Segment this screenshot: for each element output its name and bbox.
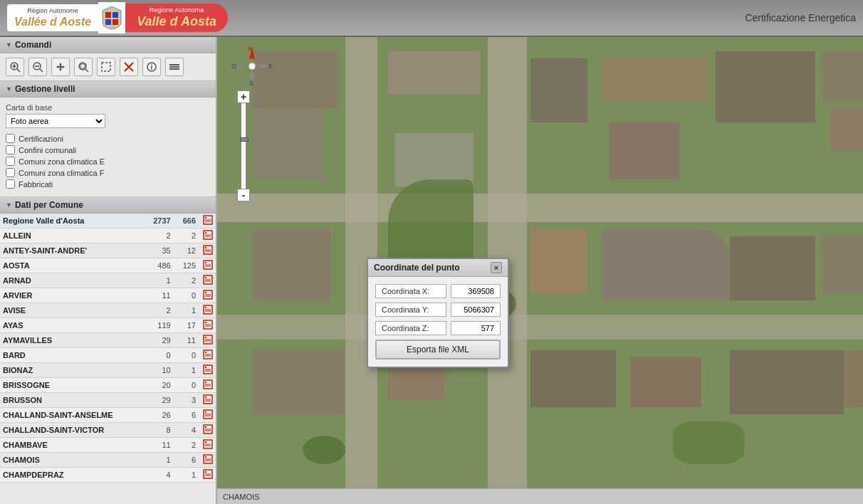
- svg-rect-21: [169, 68, 179, 70]
- svg-line-5: [17, 69, 20, 72]
- icon-cell[interactable]: [200, 258, 216, 273]
- icon-cell[interactable]: [200, 318, 216, 333]
- table-row[interactable]: BRISSOGNE 20 0: [0, 378, 216, 393]
- table-row[interactable]: CHALLAND-SAINT-VICTOR 8 4: [0, 423, 216, 438]
- header-logo: Région Autonome Vallée d Aoste Regione A…: [7, 2, 228, 33]
- table-row[interactable]: CHAMPDEPRAZ 4 1: [0, 468, 216, 483]
- icon-cell[interactable]: [200, 378, 216, 393]
- icon-cell[interactable]: [200, 333, 216, 348]
- icon-cell[interactable]: [200, 303, 216, 318]
- layer-certificazioni[interactable]: Certificazioni: [6, 134, 210, 143]
- coord-z-row: Coordinata Z: 577: [375, 321, 501, 335]
- tot-cell: 29: [145, 393, 175, 408]
- icon-cell[interactable]: [200, 288, 216, 303]
- val-cell: 0: [175, 348, 200, 363]
- icon-cell[interactable]: [200, 468, 216, 483]
- icon-cell[interactable]: [200, 273, 216, 288]
- compass-o: O: [231, 63, 236, 70]
- svg-point-116: [249, 63, 256, 70]
- table-row[interactable]: BRUSSON 29 3: [0, 393, 216, 408]
- pan-button[interactable]: [51, 58, 70, 76]
- val-cell: 6: [175, 408, 200, 423]
- popup-body: Coordinata X: 369508 Coordinata Y: 50663…: [368, 277, 508, 367]
- comune-cell: BARD: [0, 348, 145, 363]
- basemap-select[interactable]: Foto aerea Mappa stradale OpenStreetMap: [6, 114, 105, 128]
- svg-text:i: i: [151, 63, 153, 71]
- main: Comandi: [0, 37, 863, 504]
- zoom-in-map-button[interactable]: +: [237, 90, 250, 103]
- zoom-out-map-button[interactable]: -: [237, 189, 250, 201]
- tot-cell: 26: [145, 408, 175, 423]
- val-cell: 1: [175, 303, 200, 318]
- livelli-section: Gestione livelli Carta di base Foto aere…: [0, 81, 216, 197]
- icon-cell[interactable]: [200, 453, 216, 468]
- header: Région Autonome Vallée d Aoste Regione A…: [0, 0, 863, 37]
- zoom-extent-button[interactable]: [74, 58, 93, 76]
- logo-right-small: Regione Autonoma: [137, 6, 216, 14]
- aerial-map: [217, 37, 863, 504]
- layer-zona-e[interactable]: Comuni zona climatica E: [6, 157, 210, 166]
- map-area[interactable]: N S E O + - Coordinate del punto × Coord…: [217, 37, 863, 504]
- tot-cell: 35: [145, 243, 175, 258]
- comune-cell: AOSTA: [0, 258, 145, 273]
- layer-confini[interactable]: Confini comunali: [6, 145, 210, 154]
- comandi-header[interactable]: Comandi: [0, 37, 216, 53]
- comune-cell: BRISSOGNE: [0, 378, 145, 393]
- tot-cell: 11: [145, 288, 175, 303]
- compass-e: E: [268, 63, 273, 70]
- layer-zona-f[interactable]: Comuni zona climatica F: [6, 168, 210, 177]
- icon-cell[interactable]: [200, 363, 216, 378]
- dati-header[interactable]: Dati per Comune: [0, 197, 216, 214]
- popup-header[interactable]: Coordinate del punto ×: [368, 259, 508, 277]
- clear-button[interactable]: [120, 58, 138, 76]
- table-row[interactable]: BIONAZ 10 1: [0, 363, 216, 378]
- dati-content: Regione Valle d'Aosta 2737 666 ALLEIN 2 …: [0, 214, 216, 483]
- icon-cell[interactable]: [200, 408, 216, 423]
- tot-cell: 0: [145, 348, 175, 363]
- select-rect-button[interactable]: [97, 58, 115, 76]
- table-row[interactable]: Regione Valle d'Aosta 2737 666: [0, 214, 216, 229]
- zoom-controls: + -: [237, 90, 250, 201]
- table-row[interactable]: ANTEY-SAINT-ANDRE' 35 12: [0, 243, 216, 258]
- table-row[interactable]: ARNAD 1 2: [0, 273, 216, 288]
- icon-cell[interactable]: [200, 423, 216, 438]
- table-row[interactable]: AYMAVILLES 29 11: [0, 333, 216, 348]
- zoom-slider[interactable]: [241, 103, 246, 189]
- val-cell: 6: [175, 453, 200, 468]
- table-row[interactable]: CHAMBAVE 11 2: [0, 438, 216, 453]
- icon-cell[interactable]: [200, 214, 216, 229]
- table-row[interactable]: CHALLAND-SAINT-ANSELME 26 6: [0, 408, 216, 423]
- zoom-out-button[interactable]: [28, 58, 47, 76]
- comune-cell: AYAS: [0, 318, 145, 333]
- icon-cell[interactable]: [200, 243, 216, 258]
- table-row[interactable]: BARD 0 0: [0, 348, 216, 363]
- livelli-header[interactable]: Gestione livelli: [0, 81, 216, 98]
- popup-close-button[interactable]: ×: [491, 262, 502, 273]
- info-button[interactable]: i: [142, 58, 161, 76]
- icon-cell[interactable]: [200, 229, 216, 243]
- zoom-in-button[interactable]: [6, 58, 24, 76]
- layer-fabbricati[interactable]: Fabbricati: [6, 179, 210, 189]
- icon-cell[interactable]: [200, 438, 216, 453]
- search-button[interactable]: [165, 58, 184, 76]
- compass[interactable]: N S E O: [231, 46, 273, 87]
- export-xml-button[interactable]: Esporta file XML: [375, 340, 501, 359]
- val-cell: 1: [175, 363, 200, 378]
- coord-x-label: Coordinata X:: [375, 284, 446, 298]
- table-row[interactable]: ARVIER 11 0: [0, 288, 216, 303]
- icon-cell[interactable]: [200, 393, 216, 408]
- icon-cell[interactable]: [200, 348, 216, 363]
- table-row[interactable]: ALLEIN 2 2: [0, 229, 216, 243]
- logo-left: Région Autonome Vallée d Aoste: [7, 4, 98, 31]
- table-row[interactable]: AVISE 2 1: [0, 303, 216, 318]
- zoom-thumb[interactable]: [240, 137, 249, 142]
- comune-cell: CHALLAND-SAINT-ANSELME: [0, 408, 145, 423]
- tot-cell: 8: [145, 423, 175, 438]
- table-row[interactable]: AOSTA 486 125: [0, 258, 216, 273]
- table-row[interactable]: AYAS 119 17: [0, 318, 216, 333]
- logo-shield: [98, 2, 125, 33]
- svg-rect-3: [113, 19, 118, 25]
- svg-rect-0: [105, 12, 111, 18]
- val-cell: 0: [175, 288, 200, 303]
- table-row[interactable]: CHAMOIS 1 6: [0, 453, 216, 468]
